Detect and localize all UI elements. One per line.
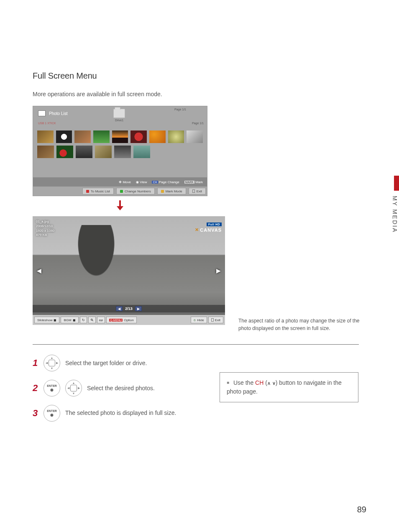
red-dot-icon	[86, 190, 89, 193]
viewer-exit-button[interactable]: Exit	[208, 317, 223, 323]
bullet-icon: ■	[227, 380, 229, 385]
mark-badge-icon: MARK	[184, 181, 194, 184]
thumbnail[interactable]	[56, 130, 72, 143]
stop-icon: ◼	[73, 318, 76, 322]
enter-button-icon: ENTER◉	[43, 405, 60, 422]
step-1-text: Select the target folder or drive.	[65, 360, 212, 366]
option-button[interactable]: Q.MENU Option	[106, 317, 137, 323]
page-indicator-side: Page 1/1	[192, 122, 204, 125]
usb-label: USB 1 XTICK	[38, 122, 56, 125]
photo-counter: 2/13	[125, 307, 133, 311]
rotate-icon: ↻	[82, 318, 85, 322]
thumbnail[interactable]	[93, 130, 110, 143]
hint-view: View	[140, 180, 147, 184]
green-dot-icon	[120, 190, 123, 193]
enter-button-icon: ENTER◉	[43, 380, 60, 396]
counter-next-button[interactable]: ▶	[135, 306, 142, 311]
full-hd-badge: Full HD	[207, 223, 222, 226]
drive-label: Drive1	[113, 119, 125, 122]
drive-folder[interactable]: Drive1	[113, 109, 125, 122]
ch-hint-box: ■ Use the CH (∧ ∨) button to navigate in…	[220, 372, 358, 402]
yellow-dot-icon	[161, 190, 164, 193]
thumbnail[interactable]	[149, 130, 166, 143]
hide-button[interactable]: ⎋ Hide	[191, 317, 207, 323]
photo-list-title: Photo List	[49, 111, 67, 116]
view-icon: ◉	[136, 180, 139, 184]
photo-size: 479 KB	[36, 233, 54, 238]
hint-page-change: Page Change	[159, 180, 179, 184]
photo-list-screen: Photo List USB 1 XTICK Drive1 Page 1/1 P…	[33, 106, 207, 196]
exit-icon	[211, 318, 214, 322]
hint-bar: ✥ Move ◉ View CH Page Change MARK Mark	[33, 177, 207, 187]
energy-button[interactable]: e⌀	[97, 317, 105, 323]
zoom-button[interactable]: 🔍︎	[88, 317, 96, 323]
photo-filename: 01_a.jpg	[36, 220, 54, 224]
steps-list: 1 ▲▼◀▶ Select the target folder or drive…	[33, 355, 212, 422]
step-number-2: 2	[33, 383, 38, 394]
down-arrow-icon	[33, 200, 207, 212]
intro-text: More operations are available in full sc…	[33, 91, 366, 97]
page-number: 89	[357, 505, 366, 514]
section-divider	[33, 344, 359, 345]
enter-dot-icon: ◉	[50, 388, 54, 392]
move-icon: ✥	[119, 180, 122, 184]
caret-down-icon: ∨	[272, 381, 276, 386]
thumbnail[interactable]	[114, 146, 131, 158]
caret-up-icon: ∧	[267, 381, 271, 386]
zoom-icon: 🔍︎	[90, 318, 94, 322]
thumbnail[interactable]	[130, 130, 147, 143]
thumbnail[interactable]	[37, 146, 54, 158]
exit-button[interactable]: Exit	[189, 188, 206, 194]
bgm-button[interactable]: BGM ◼	[61, 317, 78, 323]
photo-list-icon	[38, 110, 46, 116]
canvas-badge: CANVAS	[200, 228, 222, 233]
thumbnail[interactable]	[76, 146, 92, 158]
thumbnail[interactable]	[37, 130, 54, 143]
ch-badge-icon: CH	[152, 181, 158, 184]
photo-date: 2008/12/10	[36, 224, 54, 229]
step-number-1: 1	[33, 358, 38, 368]
nav-button-icon: ▲▼◀▶	[65, 380, 82, 396]
to-music-list-button[interactable]: To Music List	[82, 188, 114, 194]
page-indicator-top: Page 1/1	[174, 108, 186, 111]
nav-button-icon: ▲▼◀▶	[43, 355, 60, 371]
ch-hint-prefix: Use the	[233, 379, 255, 386]
step-number-3: 3	[33, 408, 38, 419]
photo-metadata: 01_a.jpg 2008/12/10 1920 x 1080 479 KB	[36, 220, 54, 238]
photo-resolution: 1920 x 1080	[36, 229, 54, 233]
thumbnail[interactable]	[168, 130, 184, 143]
qmenu-badge: Q.MENU	[109, 319, 123, 322]
page-heading: Full Screen Menu	[33, 71, 366, 81]
next-photo-button[interactable]: ▶	[216, 267, 221, 274]
change-numbers-button[interactable]: Change Numbers	[116, 188, 155, 194]
thumbnail[interactable]	[56, 146, 73, 158]
hint-move: Move	[123, 180, 131, 184]
thumbnail[interactable]	[187, 130, 203, 143]
hint-mark: Mark	[195, 180, 203, 184]
hide-icon: ⎋	[194, 318, 196, 322]
prev-photo-button[interactable]: ◀	[37, 267, 41, 274]
thumbnail[interactable]	[133, 146, 150, 158]
thumbnail-grid	[33, 126, 207, 177]
exit-icon	[192, 189, 195, 193]
thumbnail[interactable]	[74, 130, 91, 143]
mark-mode-button[interactable]: Mark Mode	[157, 188, 186, 194]
step-2-text: Select the desired photos.	[87, 385, 212, 391]
step-3-text: The selected photo is displayed in full …	[65, 409, 182, 417]
rotate-button[interactable]: ↻	[80, 317, 87, 323]
aspect-ratio-note: The aspect ratio of a photo may change t…	[238, 317, 360, 332]
ch-label: CH	[255, 379, 263, 386]
x-icon: ✕	[195, 227, 199, 233]
stop-icon: ◼	[54, 318, 56, 322]
thumbnail[interactable]	[112, 130, 128, 143]
enter-dot-icon: ◉	[50, 413, 54, 417]
energy-icon: e⌀	[99, 318, 103, 322]
slideshow-button[interactable]: Slideshow ◼	[34, 317, 59, 323]
counter-prev-button[interactable]: ◀	[116, 306, 123, 311]
photo-viewer-screen: 01_a.jpg 2008/12/10 1920 x 1080 479 KB F…	[33, 216, 225, 325]
thumbnail[interactable]	[95, 146, 112, 158]
folder-icon	[113, 109, 125, 118]
